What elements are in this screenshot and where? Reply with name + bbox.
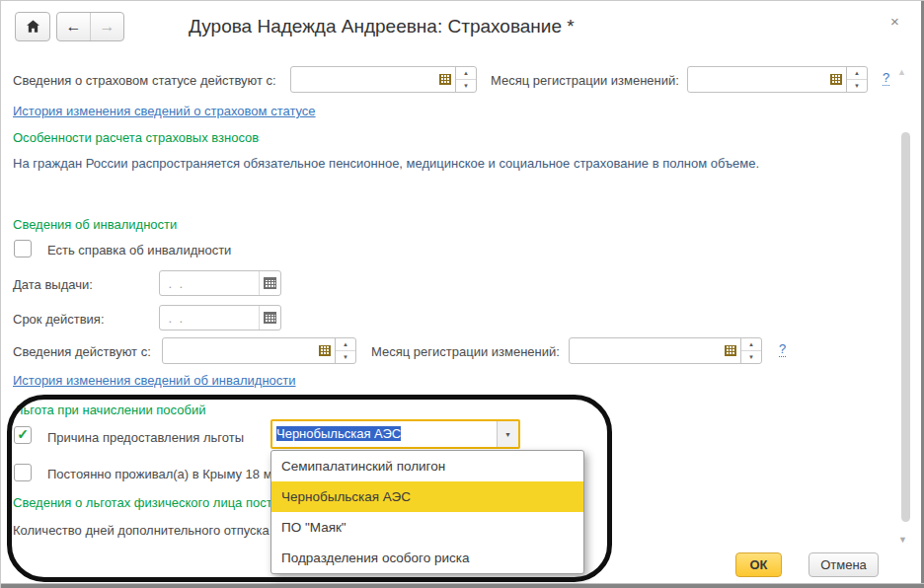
status-valid-from-label: Сведения о страховом статусе действуют с… [13,73,276,88]
calendar-icon [725,345,736,356]
calendar-icon [264,312,276,324]
page-title: Дурова Надежда Андреевна: Страхование * [189,16,575,37]
status-reg-month-label: Месяц регистрации изменений: [491,73,679,88]
benefit-reason-combobox[interactable]: Чернобыльская АЭС ▼ [270,419,520,449]
benefits-heading: Льгота при начислении пособий [15,403,205,417]
forward-button[interactable]: → [91,13,123,40]
home-button[interactable] [15,12,50,41]
calendar-icon [319,345,331,356]
window-bottom-edge [1,583,924,588]
disability-valid-from-calendar-button[interactable] [314,338,335,363]
spinner-down-icon[interactable]: ▼ [456,80,476,92]
spinner-down-icon[interactable]: ▼ [336,351,355,363]
valid-until-field [159,305,281,331]
disability-valid-from-input[interactable] [163,338,314,363]
benefits-info-text: Сведения о льготах физического лица пост [13,495,272,510]
valid-until-calendar-button[interactable] [259,306,280,330]
spinner-up-icon[interactable]: ▲ [456,67,476,80]
forward-icon: → [100,18,116,36]
disability-valid-from-field: ▲ ▼ [162,337,356,364]
has-certificate-checkbox[interactable] [14,240,32,257]
calendar-icon [439,74,451,85]
valid-until-input[interactable] [160,306,259,330]
disability-heading: Сведения об инвалидности [13,217,177,232]
cancel-button[interactable]: Отмена [808,552,879,577]
disability-reg-month-label: Месяц регистрации изменений: [371,344,560,359]
disability-valid-from-spinner: ▲ ▼ [335,338,355,363]
check-icon: ✓ [17,427,29,441]
benefit-reason-dropdown-list: Семипалатинский полигон Чернобыльская АЭ… [270,450,584,574]
scroll-up-icon[interactable]: ▲ [897,68,906,77]
spinner-down-icon[interactable]: ▼ [847,80,867,92]
issue-date-field [159,270,281,296]
status-reg-month-calendar-button[interactable] [825,67,846,92]
benefit-reason-checkbox[interactable]: ✓ [14,426,32,444]
status-valid-from-spinner: ▲ ▼ [455,67,476,92]
issue-date-label: Дата выдачи: [13,277,93,292]
spinner-up-icon[interactable]: ▲ [847,67,867,80]
crimea-label: Постоянно проживал(а) в Крыму 18 м [47,467,272,481]
crimea-checkbox[interactable] [14,464,32,481]
disability-reg-month-field: ▲ ▼ [569,337,762,364]
back-icon: ← [66,18,82,36]
selected-text: Чернобыльская АЭС [276,426,401,441]
issue-date-input[interactable] [160,271,259,295]
status-reg-month-spinner: ▲ ▼ [846,67,867,92]
list-item[interactable]: Подразделения особого риска [271,543,583,573]
home-icon [26,20,40,34]
status-history-link[interactable]: История изменения сведений о страховом с… [13,104,316,118]
status-valid-from-input[interactable] [291,67,434,92]
status-reg-month-field: ▲ ▼ [687,66,868,93]
back-button[interactable]: ← [57,13,91,40]
scroll-down-icon[interactable]: ▼ [898,536,907,545]
chevron-down-icon: ▼ [504,431,511,438]
disability-help-link[interactable]: ? [779,341,786,357]
status-valid-from-field: ▲ ▼ [290,66,477,93]
spinner-up-icon[interactable]: ▲ [336,338,355,351]
spinner-up-icon[interactable]: ▲ [741,338,761,351]
disability-reg-month-spinner: ▲ ▼ [740,338,761,363]
disability-history-link[interactable]: История изменения сведений об инвалиднос… [13,373,296,388]
status-help-link[interactable]: ? [883,70,889,86]
list-item-selected[interactable]: Чернобыльская АЭС [271,481,583,512]
benefit-reason-label: Причина предоставления льготы [47,430,244,445]
insurance-dialog: ← → Дурова Надежда Андреевна: Страховани… [0,0,924,588]
combobox-drop-button[interactable]: ▼ [497,421,518,447]
spinner-down-icon[interactable]: ▼ [741,351,761,363]
status-valid-from-calendar-button[interactable] [434,67,455,92]
disability-valid-from-label: Сведения действуют с: [13,344,151,359]
list-item[interactable]: ПО "Маяк" [271,512,583,543]
ok-button[interactable]: ОК [735,552,782,577]
history-nav-group: ← → [56,12,124,41]
disability-reg-month-input[interactable] [570,338,720,363]
valid-until-label: Срок действия: [13,312,105,327]
list-item[interactable]: Семипалатинский полигон [271,451,583,481]
disability-reg-month-calendar-button[interactable] [720,338,740,363]
status-reg-month-input[interactable] [688,67,825,92]
calendar-icon [830,74,842,85]
vacation-days-label: Количество дней дополнительного отпуска [13,523,270,538]
contributions-heading: Особенности расчета страховых взносов [13,130,259,145]
scrollbar-thumb[interactable] [901,132,910,522]
combobox-value: Чернобыльская АЭС [272,421,497,447]
issue-date-calendar-button[interactable] [259,271,280,295]
calendar-icon [264,277,276,289]
has-certificate-label: Есть справка об инвалидности [47,243,231,257]
contributions-text: На граждан России распространяется обяза… [13,156,759,171]
close-icon[interactable]: × [890,13,899,30]
